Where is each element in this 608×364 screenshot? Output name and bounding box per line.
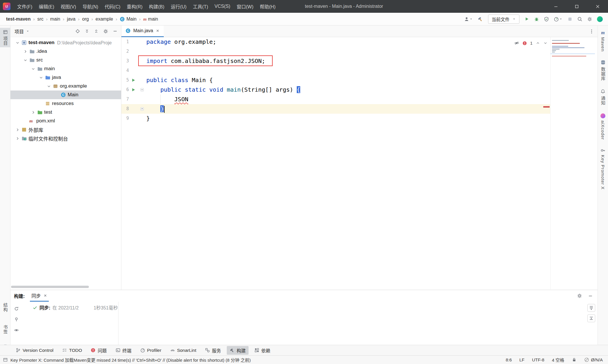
tree-item-test[interactable]: test	[10, 108, 121, 117]
toolwindow-构建[interactable]: 构建	[227, 346, 249, 355]
status-app-icon[interactable]	[3, 357, 8, 362]
close-icon[interactable]	[156, 29, 160, 33]
tree-item-外部库[interactable]: 外部库	[10, 125, 121, 134]
toolwindow-依赖[interactable]: 依赖	[251, 346, 273, 355]
close-icon[interactable]	[43, 294, 47, 298]
tool-stripe-aiXcoder[interactable]: aiXcoder	[600, 113, 605, 140]
toolwindow-TODO[interactable]: TODO	[59, 347, 85, 354]
tree-item-test-maven[interactable]: test-mavenD:\IdeaProjects\IdeaProje	[10, 38, 121, 47]
code-line-4[interactable]: 4	[121, 66, 550, 75]
chevron-down-icon[interactable]	[13, 41, 21, 45]
caret-position[interactable]: 8:6	[506, 357, 512, 362]
tab-sync[interactable]: 同步	[30, 290, 49, 302]
chevron-right-icon[interactable]	[21, 49, 29, 54]
chevron-down-icon[interactable]	[29, 67, 37, 71]
window-maximize-button[interactable]	[566, 0, 587, 13]
more-tabs-icon[interactable]	[589, 26, 594, 37]
run-gutter-icon[interactable]	[129, 75, 138, 85]
line-separator[interactable]: LF	[519, 357, 525, 362]
toolwindow-Version Control[interactable]: Version Control	[13, 347, 56, 354]
run-gutter-icon[interactable]	[129, 85, 138, 95]
code-line-8[interactable]: 8 }	[121, 104, 550, 114]
menu-item[interactable]: 帮助(H)	[257, 0, 279, 13]
project-panel-title[interactable]: 项目	[15, 28, 30, 35]
code-line-1[interactable]: 1package org.example;	[121, 37, 550, 47]
run-button[interactable]	[523, 15, 530, 23]
settings-button[interactable]	[586, 15, 593, 23]
menu-item[interactable]: 文件(F)	[14, 0, 35, 13]
coverage-button[interactable]	[543, 15, 550, 23]
indent-setting[interactable]: 4 空格	[552, 357, 564, 363]
chevron-right-icon[interactable]	[13, 136, 21, 141]
chevron-down-icon[interactable]	[21, 58, 29, 62]
profiler-button[interactable]	[553, 15, 564, 23]
breadcrumb-item-org[interactable]: org	[81, 16, 90, 22]
user-menu-button[interactable]	[463, 15, 474, 23]
code-line-9[interactable]: 9}	[121, 114, 550, 123]
horizontal-scrollbar[interactable]	[11, 286, 89, 288]
tree-item-src[interactable]: src	[10, 56, 121, 64]
error-stripe-mark[interactable]	[543, 106, 550, 108]
editor[interactable]: 1package org.example;23import com.alibab…	[121, 37, 598, 289]
tree-item-org.example[interactable]: org.example	[10, 82, 121, 90]
reload-button[interactable]	[14, 306, 19, 311]
fold-open-icon[interactable]	[138, 85, 146, 95]
code-line-5[interactable]: 5public class Main {	[121, 75, 550, 85]
window-minimize-button[interactable]	[545, 0, 566, 13]
run-config-selector[interactable]: 当前文件	[488, 15, 519, 24]
code-with-me-button[interactable]	[596, 15, 604, 23]
soft-wrap-button[interactable]	[587, 314, 595, 322]
menu-item[interactable]: 视图(V)	[57, 0, 79, 13]
tool-stripe-project[interactable]: 项目	[0, 28, 10, 47]
scroll-to-end-button[interactable]	[587, 304, 595, 312]
menu-item[interactable]: 重构(R)	[124, 0, 146, 13]
hide-button[interactable]	[588, 294, 593, 298]
preview-button[interactable]	[14, 328, 19, 333]
toolwindow-服务[interactable]: 服务	[202, 346, 224, 355]
toolwindow-终端[interactable]: 终端	[113, 346, 134, 355]
collapse-all-button[interactable]	[94, 29, 99, 34]
code-line-3[interactable]: 3import com.alibaba.fastjson2.JSON;	[121, 56, 550, 66]
menu-item[interactable]: 导航(N)	[79, 0, 101, 13]
tool-stripe-Maven[interactable]: mMaven	[600, 30, 605, 52]
menu-item[interactable]: 运行(U)	[168, 0, 190, 13]
tool-stripe-通知[interactable]: 通知	[600, 89, 606, 105]
breadcrumb-item-test-maven[interactable]: test-maven	[5, 16, 31, 22]
menu-item[interactable]: VCS(S)	[211, 0, 233, 13]
tool-stripe-数据库[interactable]: 数据库	[600, 60, 606, 81]
tree-item-java[interactable]: java	[10, 73, 121, 82]
chevron-right-icon[interactable]	[29, 110, 37, 115]
window-close-button[interactable]	[587, 0, 608, 13]
locate-button[interactable]	[75, 29, 80, 34]
chevron-down-icon[interactable]	[37, 75, 45, 80]
tool-stripe-bookmarks[interactable]: 书签	[0, 323, 10, 336]
breadcrumb-item-main[interactable]: main	[49, 16, 61, 22]
tab-main-java[interactable]: C Main.java	[121, 26, 164, 37]
menu-item[interactable]: 工具(T)	[190, 0, 211, 13]
debug-button[interactable]	[533, 15, 540, 23]
previous-problem-icon[interactable]	[536, 41, 540, 45]
menu-item[interactable]: 构建(B)	[146, 0, 168, 13]
lock-icon[interactable]	[572, 357, 577, 362]
build-sync-row[interactable]: 同步: 在 2022/11/2 1秒351毫秒	[33, 304, 118, 311]
breadcrumb-item-example[interactable]: example	[95, 16, 114, 22]
tree-item-pom.xml[interactable]: mpom.xml	[10, 117, 121, 125]
tree-item-main[interactable]: main	[10, 64, 121, 73]
build-project-button[interactable]	[476, 15, 484, 23]
breadcrumb-item-main[interactable]: mmain	[142, 16, 159, 22]
settings-button[interactable]	[103, 29, 108, 34]
menu-item[interactable]: 代码(C)	[101, 0, 123, 13]
settings-button[interactable]	[577, 293, 582, 298]
inspections-eye-off-icon[interactable]	[514, 41, 519, 46]
breadcrumb-item-java[interactable]: java	[66, 16, 76, 22]
file-encoding[interactable]: UTF-8	[532, 357, 544, 362]
tree-item-Main[interactable]: CMain	[10, 90, 121, 99]
pin-button[interactable]	[14, 317, 19, 322]
tree-item-resources[interactable]: resources	[10, 99, 121, 108]
toolwindow-问题[interactable]: 问题	[88, 346, 109, 355]
fold-end-icon[interactable]	[138, 104, 146, 114]
chevron-right-icon[interactable]	[13, 128, 21, 132]
code-line-2[interactable]: 2	[121, 47, 550, 56]
error-badge-icon[interactable]	[522, 41, 527, 46]
breadcrumb-item-Main[interactable]: CMain	[119, 16, 137, 22]
